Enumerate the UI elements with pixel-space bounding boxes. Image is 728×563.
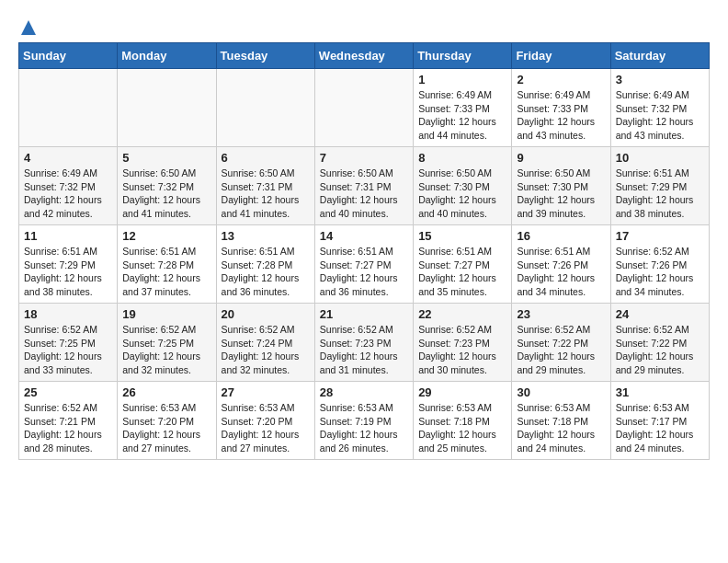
day-header-friday: Friday [512, 43, 610, 69]
day-number: 1 [418, 73, 506, 86]
day-number: 10 [616, 151, 704, 165]
calendar-cell: 5Sunrise: 6:50 AMSunset: 7:32 PMDaylight… [118, 147, 216, 225]
day-number: 18 [24, 307, 112, 321]
day-info: Sunrise: 6:51 AMSunset: 7:28 PMDaylight:… [222, 245, 310, 299]
calendar-table: SundayMondayTuesdayWednesdayThursdayFrid… [18, 42, 710, 460]
day-info: Sunrise: 6:50 AMSunset: 7:31 PMDaylight:… [222, 167, 310, 221]
day-header-sunday: Sunday [19, 43, 118, 69]
calendar-cell: 8Sunrise: 6:50 AMSunset: 7:30 PMDaylight… [414, 147, 512, 225]
day-info: Sunrise: 6:50 AMSunset: 7:30 PMDaylight:… [418, 167, 506, 221]
day-info: Sunrise: 6:51 AMSunset: 7:26 PMDaylight:… [517, 245, 605, 299]
calendar-cell: 25Sunrise: 6:52 AMSunset: 7:21 PMDayligh… [19, 382, 118, 460]
day-number: 19 [122, 307, 210, 321]
calendar-cell: 24Sunrise: 6:52 AMSunset: 7:22 PMDayligh… [610, 304, 709, 382]
calendar-cell: 22Sunrise: 6:52 AMSunset: 7:23 PMDayligh… [414, 304, 512, 382]
day-info: Sunrise: 6:53 AMSunset: 7:18 PMDaylight:… [517, 401, 605, 455]
day-number: 29 [418, 385, 506, 399]
day-info: Sunrise: 6:49 AMSunset: 7:33 PMDaylight:… [418, 88, 506, 143]
day-header-saturday: Saturday [610, 43, 709, 69]
day-number: 27 [222, 385, 310, 399]
day-info: Sunrise: 6:52 AMSunset: 7:26 PMDaylight:… [616, 245, 704, 299]
day-header-thursday: Thursday [414, 43, 512, 69]
day-number: 17 [616, 229, 704, 243]
day-info: Sunrise: 6:49 AMSunset: 7:33 PMDaylight:… [517, 88, 605, 143]
day-number: 22 [418, 307, 506, 321]
day-number: 9 [517, 151, 605, 165]
calendar-cell: 16Sunrise: 6:51 AMSunset: 7:26 PMDayligh… [512, 225, 610, 304]
day-info: Sunrise: 6:51 AMSunset: 7:27 PMDaylight:… [320, 245, 408, 299]
calendar-cell: 31Sunrise: 6:53 AMSunset: 7:17 PMDayligh… [610, 382, 709, 460]
day-number: 30 [517, 385, 605, 399]
day-header-monday: Monday [118, 43, 216, 69]
day-number: 14 [320, 229, 408, 243]
logo-icon [19, 18, 38, 37]
day-number: 23 [517, 307, 605, 321]
day-number: 31 [616, 385, 704, 399]
day-number: 26 [122, 385, 210, 399]
calendar-cell: 19Sunrise: 6:52 AMSunset: 7:25 PMDayligh… [118, 304, 216, 382]
calendar-cell: 3Sunrise: 6:49 AMSunset: 7:32 PMDaylight… [610, 69, 709, 147]
calendar-cell: 30Sunrise: 6:53 AMSunset: 7:18 PMDayligh… [512, 382, 610, 460]
day-number: 15 [418, 229, 506, 243]
calendar-cell: 6Sunrise: 6:50 AMSunset: 7:31 PMDaylight… [216, 147, 314, 225]
day-number: 8 [418, 151, 506, 165]
calendar-cell [19, 69, 118, 147]
day-info: Sunrise: 6:53 AMSunset: 7:17 PMDaylight:… [616, 401, 704, 455]
day-info: Sunrise: 6:53 AMSunset: 7:19 PMDaylight:… [320, 401, 408, 455]
calendar-cell: 7Sunrise: 6:50 AMSunset: 7:31 PMDaylight… [314, 147, 413, 225]
day-info: Sunrise: 6:52 AMSunset: 7:23 PMDaylight:… [418, 323, 506, 377]
calendar-cell: 20Sunrise: 6:52 AMSunset: 7:24 PMDayligh… [216, 304, 314, 382]
day-header-tuesday: Tuesday [216, 43, 314, 69]
day-info: Sunrise: 6:52 AMSunset: 7:22 PMDaylight:… [616, 323, 704, 377]
day-info: Sunrise: 6:50 AMSunset: 7:31 PMDaylight:… [320, 167, 408, 221]
day-number: 3 [616, 73, 704, 86]
day-number: 20 [222, 307, 310, 321]
day-info: Sunrise: 6:53 AMSunset: 7:20 PMDaylight:… [122, 401, 210, 455]
calendar-cell: 18Sunrise: 6:52 AMSunset: 7:25 PMDayligh… [19, 304, 118, 382]
calendar-week-row: 1Sunrise: 6:49 AMSunset: 7:33 PMDaylight… [19, 69, 710, 147]
day-info: Sunrise: 6:51 AMSunset: 7:29 PMDaylight:… [616, 167, 704, 221]
calendar-cell: 27Sunrise: 6:53 AMSunset: 7:20 PMDayligh… [216, 382, 314, 460]
calendar-cell [216, 69, 314, 147]
calendar-cell: 12Sunrise: 6:51 AMSunset: 7:28 PMDayligh… [118, 225, 216, 304]
calendar-cell: 1Sunrise: 6:49 AMSunset: 7:33 PMDaylight… [414, 69, 512, 147]
day-info: Sunrise: 6:52 AMSunset: 7:21 PMDaylight:… [24, 401, 112, 455]
day-number: 25 [24, 385, 112, 399]
calendar-cell: 17Sunrise: 6:52 AMSunset: 7:26 PMDayligh… [610, 225, 709, 304]
day-info: Sunrise: 6:52 AMSunset: 7:25 PMDaylight:… [24, 323, 112, 377]
day-number: 12 [122, 229, 210, 243]
day-info: Sunrise: 6:52 AMSunset: 7:25 PMDaylight:… [122, 323, 210, 377]
day-number: 2 [517, 73, 605, 86]
day-info: Sunrise: 6:53 AMSunset: 7:18 PMDaylight:… [418, 401, 506, 455]
day-info: Sunrise: 6:51 AMSunset: 7:28 PMDaylight:… [122, 245, 210, 299]
day-number: 13 [222, 229, 310, 243]
calendar-week-row: 25Sunrise: 6:52 AMSunset: 7:21 PMDayligh… [19, 382, 710, 460]
day-info: Sunrise: 6:51 AMSunset: 7:29 PMDaylight:… [24, 245, 112, 299]
day-info: Sunrise: 6:52 AMSunset: 7:23 PMDaylight:… [320, 323, 408, 377]
calendar-cell: 26Sunrise: 6:53 AMSunset: 7:20 PMDayligh… [118, 382, 216, 460]
day-number: 11 [24, 229, 112, 243]
day-number: 6 [222, 151, 310, 165]
calendar-cell: 9Sunrise: 6:50 AMSunset: 7:30 PMDaylight… [512, 147, 610, 225]
day-info: Sunrise: 6:52 AMSunset: 7:22 PMDaylight:… [517, 323, 605, 377]
calendar-header-row: SundayMondayTuesdayWednesdayThursdayFrid… [19, 43, 710, 69]
calendar-cell: 14Sunrise: 6:51 AMSunset: 7:27 PMDayligh… [314, 225, 413, 304]
day-number: 21 [320, 307, 408, 321]
svg-marker-0 [21, 20, 36, 35]
day-number: 7 [320, 151, 408, 165]
day-header-wednesday: Wednesday [314, 43, 413, 69]
calendar-cell: 28Sunrise: 6:53 AMSunset: 7:19 PMDayligh… [314, 382, 413, 460]
day-info: Sunrise: 6:51 AMSunset: 7:27 PMDaylight:… [418, 245, 506, 299]
day-info: Sunrise: 6:52 AMSunset: 7:24 PMDaylight:… [222, 323, 310, 377]
calendar-cell: 11Sunrise: 6:51 AMSunset: 7:29 PMDayligh… [19, 225, 118, 304]
calendar-cell: 13Sunrise: 6:51 AMSunset: 7:28 PMDayligh… [216, 225, 314, 304]
day-number: 16 [517, 229, 605, 243]
calendar-cell: 10Sunrise: 6:51 AMSunset: 7:29 PMDayligh… [610, 147, 709, 225]
calendar-cell: 21Sunrise: 6:52 AMSunset: 7:23 PMDayligh… [314, 304, 413, 382]
logo [18, 18, 39, 33]
day-number: 4 [24, 151, 112, 165]
calendar-week-row: 18Sunrise: 6:52 AMSunset: 7:25 PMDayligh… [19, 304, 710, 382]
calendar-cell: 4Sunrise: 6:49 AMSunset: 7:32 PMDaylight… [19, 147, 118, 225]
day-info: Sunrise: 6:50 AMSunset: 7:32 PMDaylight:… [122, 167, 210, 221]
calendar-cell: 23Sunrise: 6:52 AMSunset: 7:22 PMDayligh… [512, 304, 610, 382]
